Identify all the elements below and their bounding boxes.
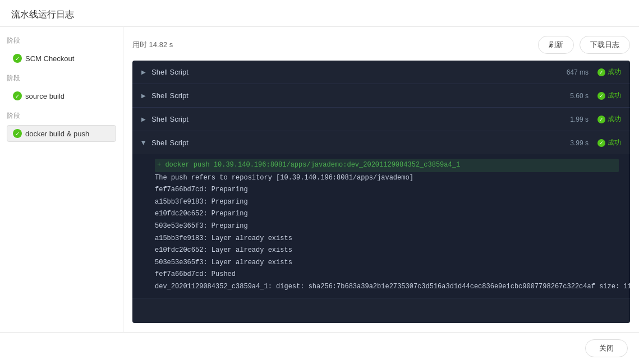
elapsed-time: 用时 14.82 s [132,40,173,50]
status-badge-2: 成功 [597,91,621,100]
script-name-1: Shell Script [151,68,567,76]
script-time-2: 5.60 s [570,92,589,100]
success-icon-1 [13,54,22,63]
status-text-1: 成功 [608,67,621,77]
stage-label-3: 阶段 [7,111,116,121]
status-badge-3: 成功 [597,114,621,124]
status-text-4: 成功 [608,138,621,148]
stage-group-2: 阶段 source build [7,73,116,104]
log-scroll[interactable]: ▶ Shell Script 647 ms 成功 ▶ [132,61,630,323]
action-buttons: 刷新 下载日志 [538,36,630,54]
script-block-3: ▶ Shell Script 1.99 s 成功 [132,108,630,131]
script-header-2[interactable]: ▶ Shell Script 5.60 s 成功 [132,84,630,107]
close-button[interactable]: 关闭 [585,339,628,357]
script-time-3: 1.99 s [570,116,589,123]
stage-group-1: 阶段 SCM Checkout [7,36,116,67]
log-line-10: fef7a66bd7cd: Pushed [155,269,619,281]
stage-label-2: 阶段 [7,73,116,83]
refresh-button[interactable]: 刷新 [538,36,574,54]
log-line-2: The push refers to repository [10.39.140… [155,172,619,185]
expand-icon-3: ▶ [141,116,146,122]
log-panel: ▶ Shell Script 647 ms 成功 ▶ [132,61,630,323]
success-icon-2 [13,91,22,100]
sidebar-item-docker-build-push[interactable]: docker build & push [7,125,116,142]
expand-icon-4: ▶ [141,141,147,145]
footer: 关闭 [0,332,639,364]
script-name-3: Shell Script [151,115,570,123]
log-line-9: 503e53e365f3: Layer already exists [155,257,619,269]
log-line-8: e10fdc20c652: Layer already exists [155,245,619,257]
script-time-1: 647 ms [567,68,589,76]
status-badge-1: 成功 [597,67,621,77]
script-block-1: ▶ Shell Script 647 ms 成功 [132,61,630,84]
sidebar-item-label: source build [25,92,65,100]
content-area: 用时 14.82 s 刷新 下载日志 ▶ Shell Script 647 ms [123,27,639,332]
script-header-1[interactable]: ▶ Shell Script 647 ms 成功 [132,61,630,84]
log-line-5: e10fdc20c652: Preparing [155,208,619,220]
status-dot-4 [597,139,605,147]
script-time-4: 3.99 s [570,139,589,147]
download-log-button[interactable]: 下载日志 [580,36,630,54]
sidebar-item-source-build[interactable]: source build [7,87,116,104]
page-title: 流水线运行日志 [11,10,74,19]
script-name-4: Shell Script [151,139,570,147]
script-header-3[interactable]: ▶ Shell Script 1.99 s 成功 [132,108,630,131]
sidebar-item-label: SCM Checkout [25,54,74,63]
stage-label-1: 阶段 [7,36,116,45]
status-dot-1 [597,68,605,76]
script-block-2: ▶ Shell Script 5.60 s 成功 [132,84,630,108]
log-line-3: fef7a66bd7cd: Preparing [155,184,619,196]
status-dot-3 [597,116,605,123]
status-text-3: 成功 [608,114,621,124]
stage-group-3: 阶段 docker build & push [7,111,116,142]
script-name-2: Shell Script [151,91,570,100]
log-line-6: 503e53e365f3: Preparing [155,220,619,233]
log-content-4: + docker push 10.39.140.196:8081/apps/ja… [132,154,630,298]
sidebar-item-scm-checkout[interactable]: SCM Checkout [7,50,116,67]
sidebar: 阶段 SCM Checkout 阶段 source build 阶段 [0,27,123,332]
expand-icon-2: ▶ [141,93,146,99]
expand-icon-1: ▶ [141,69,146,75]
status-text-2: 成功 [608,91,621,100]
sidebar-item-label: docker build & push [25,130,89,138]
success-icon-3 [13,129,22,138]
script-block-4: ▶ Shell Script 3.99 s 成功 + docker push 1… [132,131,630,298]
script-header-4[interactable]: ▶ Shell Script 3.99 s 成功 [132,131,630,154]
content-header: 用时 14.82 s 刷新 下载日志 [132,36,630,54]
log-line-4: a15bb3fe9183: Preparing [155,196,619,209]
log-line-11: dev_20201129084352_c3859a4_1: digest: sh… [155,281,619,293]
status-dot-2 [597,92,605,100]
log-line-7: a15bb3fe9183: Layer already exists [155,233,619,245]
log-line-1: + docker push 10.39.140.196:8081/apps/ja… [155,159,619,172]
status-badge-4: 成功 [597,138,621,148]
